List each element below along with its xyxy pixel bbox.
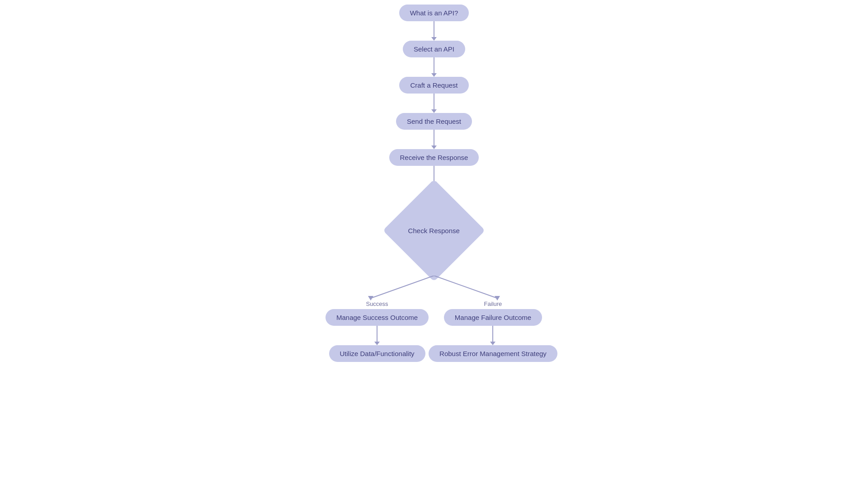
- arrow-1: [431, 37, 437, 41]
- connector-failure: [490, 326, 495, 345]
- arrow-success: [374, 342, 380, 345]
- arrow-4: [431, 145, 437, 149]
- node-utilize-data: Utilize Data/Functionality: [329, 345, 425, 362]
- node-craft-request: Craft a Request: [399, 77, 468, 94]
- node-check-response-wrapper: Check Response: [389, 185, 479, 276]
- svg-line-1: [434, 276, 497, 298]
- check-response-label: Check Response: [408, 226, 460, 234]
- node-what-is-api: What is an API?: [399, 5, 469, 21]
- connector-4: [431, 130, 437, 149]
- arrow-failure: [490, 342, 495, 345]
- node-robust-error: Robust Error Management Strategy: [429, 345, 557, 362]
- svg-marker-2: [368, 296, 373, 300]
- svg-line-0: [371, 276, 434, 298]
- node-manage-success: Manage Success Outcome: [326, 309, 429, 326]
- node-send-request: Send the Request: [396, 113, 472, 130]
- failure-branch: Failure Manage Failure Outcome Robust Er…: [429, 300, 557, 362]
- node-manage-failure: Manage Failure Outcome: [444, 309, 542, 326]
- success-label: Success: [366, 300, 388, 307]
- node-check-response: Check Response: [383, 179, 485, 282]
- node-receive-response: Receive the Response: [389, 149, 479, 166]
- node-select-api: Select an API: [403, 41, 465, 57]
- connector-3: [431, 94, 437, 113]
- failure-label: Failure: [484, 300, 502, 307]
- split-lines-svg: [326, 276, 542, 300]
- connector-success: [374, 326, 380, 345]
- branch-section: Success Manage Success Outcome Utilize D…: [326, 300, 542, 362]
- split-lines-container: [326, 276, 542, 300]
- connector-1: [431, 21, 437, 41]
- flowchart-container: What is an API? Select an API Craft a Re…: [298, 5, 570, 362]
- connector-2: [431, 57, 437, 77]
- arrow-3: [431, 109, 437, 113]
- arrow-2: [431, 73, 437, 77]
- svg-marker-3: [495, 296, 500, 300]
- success-branch: Success Manage Success Outcome Utilize D…: [326, 300, 429, 362]
